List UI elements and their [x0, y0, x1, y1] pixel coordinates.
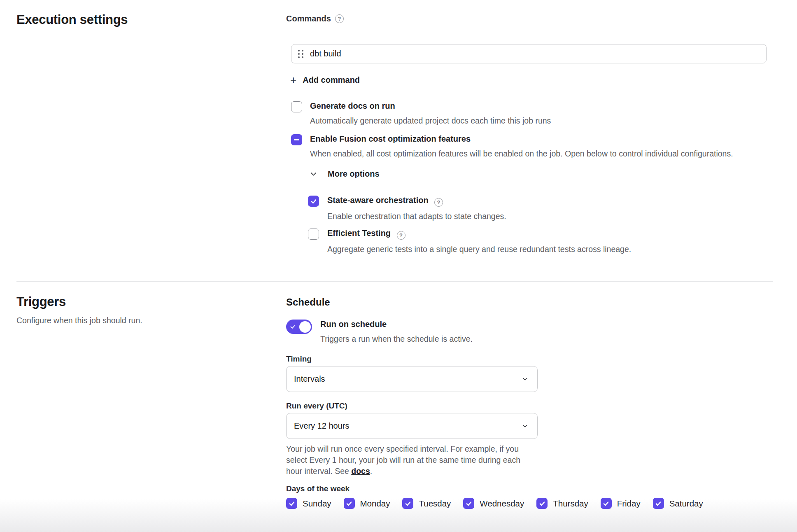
check-icon	[539, 500, 545, 507]
docs-link[interactable]: docs	[351, 467, 370, 476]
check-icon	[466, 500, 472, 507]
day-label[interactable]: Friday	[617, 499, 641, 509]
state-aware-label[interactable]: State-aware orchestration	[327, 196, 429, 205]
command-input[interactable]: dbt build	[291, 44, 767, 63]
day-thursday[interactable]: Thursday	[536, 498, 588, 509]
commands-help-icon[interactable]: ?	[335, 14, 344, 23]
state-aware-desc: Enable orchestration that adapts to stat…	[327, 211, 506, 222]
commands-label: Commands	[286, 14, 331, 23]
day-saturday[interactable]: Saturday	[653, 498, 703, 509]
efficient-testing-desc: Aggregate generic tests into a single qu…	[327, 244, 631, 254]
fusion-optimization-checkbox[interactable]	[291, 134, 302, 145]
check-icon	[289, 500, 295, 507]
triggers-subtitle: Configure when this job should run.	[16, 316, 142, 325]
generate-docs-desc: Automatically generate updated project d…	[310, 115, 551, 126]
day-sunday[interactable]: Sunday	[286, 498, 331, 509]
execution-settings-title: Execution settings	[16, 12, 128, 27]
day-checkbox[interactable]	[601, 498, 612, 509]
more-options-expander[interactable]: More options	[310, 169, 380, 179]
helper-text-after: .	[370, 467, 372, 476]
toggle-knob	[299, 321, 311, 333]
timing-select-value: Intervals	[294, 374, 325, 384]
run-on-schedule-desc: Triggers a run when the schedule is acti…	[320, 334, 473, 344]
run-every-select[interactable]: Every 12 hours	[286, 413, 538, 439]
chevron-down-icon	[522, 423, 528, 429]
day-checkbox[interactable]	[402, 498, 413, 509]
day-tuesday[interactable]: Tuesday	[402, 498, 451, 509]
day-label[interactable]: Tuesday	[419, 499, 451, 509]
day-checkbox[interactable]	[286, 498, 297, 509]
day-label[interactable]: Thursday	[553, 499, 588, 509]
efficient-testing-label[interactable]: Efficient Testing	[327, 229, 391, 238]
timing-label: Timing	[286, 355, 312, 364]
days-of-week-row: Sunday Monday Tuesday Wednesday Thursday…	[286, 498, 703, 509]
check-icon	[290, 324, 296, 329]
check-icon	[405, 500, 411, 507]
state-aware-checkbox[interactable]	[308, 196, 319, 207]
run-on-schedule-label[interactable]: Run on schedule	[320, 320, 473, 329]
plus-icon: +	[290, 75, 296, 85]
fusion-optimization-label[interactable]: Enable Fusion cost optimization features	[310, 134, 759, 144]
chevron-down-icon	[522, 376, 528, 382]
helper-text-before: Your job will run once every specified i…	[286, 444, 520, 476]
day-checkbox[interactable]	[344, 498, 355, 509]
add-command-label: Add command	[303, 75, 360, 85]
check-icon	[655, 500, 662, 507]
timing-select[interactable]: Intervals	[286, 366, 538, 392]
job-settings-page: Execution settings Commands ? dbt build …	[0, 0, 797, 532]
drag-handle-icon[interactable]	[298, 50, 303, 58]
day-monday[interactable]: Monday	[344, 498, 390, 509]
chevron-down-icon	[310, 170, 317, 177]
schedule-title: Schedule	[286, 296, 330, 308]
day-label[interactable]: Sunday	[303, 499, 331, 509]
command-value[interactable]: dbt build	[310, 49, 341, 58]
triggers-title: Triggers	[16, 294, 66, 309]
fusion-optimization-desc: When enabled, all cost optimization feat…	[310, 148, 759, 159]
indeterminate-dash-icon	[294, 139, 299, 141]
check-icon	[346, 500, 352, 507]
day-friday[interactable]: Friday	[601, 498, 641, 509]
day-checkbox[interactable]	[536, 498, 548, 509]
day-label[interactable]: Saturday	[669, 499, 703, 509]
efficient-testing-checkbox[interactable]	[308, 229, 319, 240]
section-divider	[16, 281, 773, 282]
state-aware-help-icon[interactable]: ?	[434, 198, 443, 207]
run-on-schedule-toggle[interactable]	[286, 320, 312, 334]
interval-helper-text: Your job will run once every specified i…	[286, 443, 533, 477]
more-options-label: More options	[328, 169, 380, 179]
add-command-button[interactable]: + Add command	[290, 75, 360, 85]
generate-docs-checkbox[interactable]	[291, 101, 302, 112]
efficient-testing-help-icon[interactable]: ?	[397, 231, 405, 240]
generate-docs-label[interactable]: Generate docs on run	[310, 101, 551, 111]
day-label[interactable]: Monday	[360, 499, 390, 509]
day-label[interactable]: Wednesday	[480, 499, 524, 509]
run-every-label: Run every (UTC)	[286, 401, 347, 411]
day-wednesday[interactable]: Wednesday	[463, 498, 524, 509]
days-of-week-label: Days of the week	[286, 484, 350, 493]
day-checkbox[interactable]	[463, 498, 474, 509]
check-icon	[310, 198, 317, 205]
check-icon	[603, 500, 609, 507]
day-checkbox[interactable]	[653, 498, 664, 509]
run-every-select-value: Every 12 hours	[294, 421, 350, 431]
